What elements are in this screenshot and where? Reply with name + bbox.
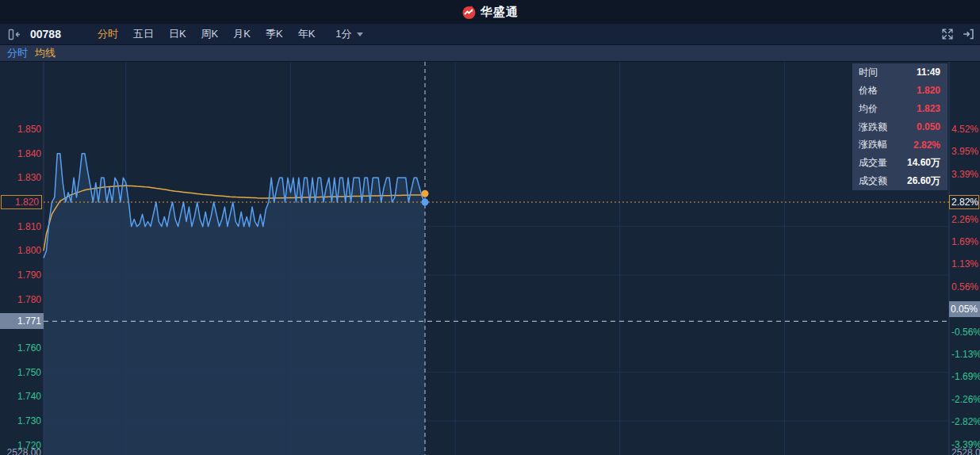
tooltip-value: 1.820 [917, 85, 940, 96]
pct-axis-label: 1.69% [951, 235, 978, 248]
fullscreen-icon[interactable] [942, 29, 953, 40]
interval-label: 1分 [335, 27, 351, 41]
prev-close-label: 1.771 [0, 313, 44, 329]
tooltip-label: 成交量 [859, 156, 887, 170]
tooltip-value: 0.050 [917, 121, 940, 132]
tooltip-label: 均价 [859, 102, 878, 116]
timeshare-chart[interactable]: 1.8501.8401.8301.8201.8101.8001.7901.780… [0, 62, 980, 455]
app-window: { "app": { "brand": "华盛通" }, "toolbar": … [0, 0, 980, 455]
tooltip-row: 涨跌幅2.82% [852, 136, 947, 154]
tab-yearly-k[interactable]: 年K [298, 27, 316, 41]
tab-five-day[interactable]: 五日 [133, 27, 154, 41]
pct-axis-label: -2.26% [951, 393, 978, 406]
tooltip-value: 11:49 [917, 67, 940, 78]
pct-axis-label: -1.69% [951, 370, 978, 383]
tooltip-row: 均价1.823 [852, 100, 947, 118]
zero-pct-label: 0.05% [949, 301, 980, 317]
tooltip-label: 涨跌幅 [859, 138, 887, 151]
price-axis-label: 1.840 [0, 147, 41, 160]
brand-name: 华盛通 [480, 5, 519, 20]
pct-axis-label: 3.95% [951, 145, 978, 158]
tooltip-row: 价格1.820 [852, 82, 947, 100]
pct-axis-label: 4.52% [951, 123, 978, 136]
pct-axis-label: 3.39% [951, 168, 978, 181]
price-axis-label: 1.850 [0, 123, 41, 136]
price-axis-label: 1.730 [0, 415, 41, 427]
pct-axis-label: 1.13% [951, 258, 978, 270]
tooltip-row: 时间11:49 [852, 63, 947, 82]
topbar: 华盛通 [0, 0, 980, 24]
tooltip-row: 涨跌额0.050 [852, 118, 947, 136]
stock-code: 00788 [30, 28, 61, 40]
tooltip-value: 1.823 [917, 103, 940, 114]
brand-logo-icon [461, 5, 477, 20]
toolbar-actions [942, 29, 974, 40]
price-axis-label: 1.810 [0, 220, 41, 233]
crosshair-tooltip: 时间11:49价格1.820均价1.823涨跌额0.050涨跌幅2.82%成交量… [852, 63, 947, 190]
price-axis-label: 1.740 [0, 390, 41, 403]
price-axis-label: 1.830 [0, 171, 41, 184]
pct-axis-label: 0.56% [951, 281, 978, 293]
period-tabs: 分时五日日K周K月K季K年K [98, 27, 315, 41]
price-axis-label: 1.780 [0, 293, 41, 306]
current-price-label: 1.820 [1, 195, 42, 209]
chart-toolbar: 00788 分时五日日K周K月K季K年K 1分 [0, 24, 980, 45]
volume-scale-label-left: 2528.00 [0, 447, 41, 455]
chart-plot [0, 62, 980, 455]
volume-scale-label-right: 2528.00 [951, 447, 980, 455]
tooltip-value: 14.60万 [907, 156, 940, 170]
tooltip-row: 成交量14.60万 [852, 154, 947, 172]
tooltip-row: 成交额26.60万 [852, 172, 947, 190]
tooltip-label: 涨跌额 [859, 120, 887, 134]
tooltip-value: 2.82% [913, 140, 940, 151]
pct-axis-label: -0.56% [951, 326, 978, 338]
legend-timeshare-line[interactable]: 分时 [7, 46, 28, 60]
tooltip-label: 成交额 [859, 174, 887, 188]
tab-quarterly-k[interactable]: 季K [266, 27, 283, 41]
tab-weekly-k[interactable]: 周K [201, 27, 219, 41]
pct-axis-label: -1.13% [951, 348, 978, 361]
current-change-pct-label: 2.82% [949, 195, 979, 209]
tooltip-label: 价格 [859, 84, 878, 98]
chart-legend: 分时均线 [0, 45, 980, 62]
interval-dropdown[interactable]: 1分 [335, 27, 362, 41]
chevron-down-icon [357, 32, 363, 36]
price-axis-label: 1.790 [0, 269, 41, 281]
tab-timeshare[interactable]: 分时 [98, 27, 118, 41]
price-axis-label: 1.800 [0, 244, 41, 257]
price-axis-label: 1.760 [0, 342, 41, 354]
tab-daily-k[interactable]: 日K [169, 27, 186, 41]
price-axis-label: 1.750 [0, 366, 41, 379]
tooltip-value: 26.60万 [907, 174, 940, 188]
legend-avg-line[interactable]: 均线 [35, 46, 56, 60]
tab-monthly-k[interactable]: 月K [233, 27, 251, 41]
pct-axis-label: -2.82% [951, 415, 978, 428]
dock-right-icon[interactable] [963, 29, 974, 40]
pct-axis-label: 2.26% [951, 213, 978, 226]
brand: 华盛通 [461, 5, 519, 20]
collapse-panel-icon[interactable] [8, 29, 21, 40]
tooltip-label: 时间 [859, 66, 878, 79]
